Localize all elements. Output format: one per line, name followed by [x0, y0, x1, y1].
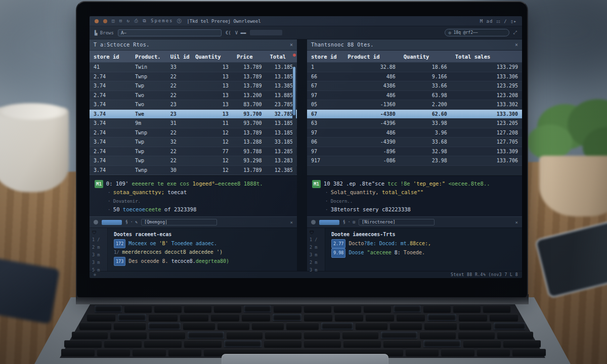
- table-row[interactable]: 974863.96127.208: [307, 128, 522, 138]
- table-cell: 67: [307, 83, 343, 88]
- table-cell: 97: [307, 149, 343, 154]
- code-segment: 10 382 .ep .8te"sce: [324, 180, 387, 187]
- table-row[interactable]: 06-439033.68127.705: [307, 138, 522, 147]
- code-segment: ·: [108, 199, 113, 204]
- table-row[interactable]: 2.74Twp227793.78813.285: [90, 147, 297, 157]
- command-mini-icons[interactable]: § · ✎: [125, 220, 138, 224]
- panel-divider[interactable]: [297, 39, 307, 271]
- command-mini-icons[interactable]: § · ⊡: [343, 220, 355, 224]
- command-input[interactable]: [Niroctneroe]: [359, 219, 435, 225]
- table-row[interactable]: 3.74Twe231393.70032.785: [90, 110, 297, 119]
- key: [423, 305, 451, 312]
- column-header[interactable]: Total_sales: [451, 54, 522, 60]
- progress-chip[interactable]: [102, 220, 122, 225]
- table-row[interactable]: 3.749m311193.70013.185: [90, 119, 297, 128]
- search-input[interactable]: ◎ 18q @rf2——: [445, 29, 509, 36]
- code-segment: tcc !8e: [387, 180, 413, 187]
- column-header[interactable]: Quantity: [400, 54, 451, 60]
- menu-items[interactable]: ◫ ⊡ ↻ ⎙ ⧉ Spemes ⑤: [112, 18, 182, 24]
- table-row[interactable]: 67438633.66123.295: [307, 81, 522, 91]
- toolbar-chip[interactable]: [250, 30, 282, 35]
- files-icon[interactable]: ▙ Brews: [95, 30, 114, 35]
- table-cell: 12: [191, 139, 233, 145]
- result-summary: M10: 109' eeeeere te exe cos 1ogeed°—eec…: [90, 175, 297, 216]
- close-icon[interactable]: ×: [515, 42, 518, 48]
- key: [390, 323, 422, 330]
- table-row[interactable]: 917-08623.98133.706: [307, 156, 522, 166]
- column-header[interactable]: Price: [233, 54, 266, 60]
- key: [61, 349, 95, 356]
- table-row[interactable]: 97-89632.98133.309: [307, 147, 522, 157]
- table-row[interactable]: 2.74Twnp221313.78913.185: [90, 72, 297, 82]
- menubar-right-icons[interactable]: M ad ⚏ ∕ ▯▸: [480, 19, 517, 24]
- table-row[interactable]: 664869.166133.306: [307, 72, 522, 82]
- trackpad: [222, 354, 388, 364]
- table-row[interactable]: 132.8818.66133.299: [307, 63, 522, 72]
- refresh-icon[interactable]: ⤢: [513, 30, 517, 35]
- column-header[interactable]: store_id: [307, 54, 343, 60]
- column-header[interactable]: Quantity: [191, 54, 233, 60]
- panel-tab[interactable]: T a:Sctocce Rtos.×: [90, 39, 297, 51]
- run-icon[interactable]: [311, 220, 316, 224]
- close-icon[interactable]: ×: [290, 220, 293, 225]
- table-row[interactable]: 3.74Two231383.70023.785: [90, 100, 297, 110]
- table-row[interactable]: 63-439633.98123.205: [307, 119, 522, 128]
- table-row[interactable]: 3.74Twp321213.28833.185: [90, 138, 297, 147]
- key: [87, 314, 115, 321]
- code-segment: eeeeere te exe cos: [132, 180, 192, 187]
- keyboard-row: [79, 323, 526, 330]
- table-row[interactable]: 9748663.98123.208: [307, 91, 522, 101]
- table-cell: Twin: [131, 64, 166, 70]
- table-row[interactable]: 05-13602.200133.302: [307, 100, 522, 110]
- view-toggle[interactable]: V ▬▬: [235, 30, 246, 35]
- table-cell: 13.789: [233, 130, 266, 135]
- table-cell: 12: [191, 167, 233, 173]
- code-segment: 38tetorst seery c82223338: [331, 206, 411, 212]
- progress-chip[interactable]: [319, 220, 339, 225]
- table-cell: 13: [191, 83, 233, 88]
- run-icon[interactable]: [94, 220, 98, 224]
- table-cell: 41: [90, 64, 131, 70]
- table-row[interactable]: 3.74Twnp301213.78912.385: [90, 166, 297, 175]
- close-icon[interactable]: ×: [290, 42, 293, 48]
- code-segment: ·: [325, 199, 331, 204]
- code-segment: Docern..: [331, 199, 353, 204]
- table-cell: 32.98: [400, 149, 451, 154]
- table-row[interactable]: 2.74Twnp221213.78913.185: [90, 128, 297, 138]
- column-header[interactable]: Product_id: [343, 54, 400, 60]
- filter-icon[interactable]: €(: [226, 30, 231, 35]
- table-cell: 13: [191, 74, 233, 79]
- key: [304, 332, 340, 339]
- table-cell: 1: [307, 64, 343, 70]
- table-cell: 23.98: [400, 158, 451, 163]
- table-row[interactable]: 2.74Two221313.20013.885: [90, 91, 297, 101]
- scrollbar[interactable]: [292, 65, 296, 175]
- window-control-dot[interactable]: [95, 19, 99, 23]
- column-header[interactable]: Uil_id: [166, 54, 191, 60]
- table-cell: 3.74: [90, 83, 131, 88]
- code-line: M110 382 .ep .8te"sce tcc !8e 'tep_ege:"…: [312, 179, 517, 188]
- table-row[interactable]: 41Twin331313.78913.185: [90, 63, 297, 72]
- address-input[interactable]: A—: [118, 29, 222, 36]
- key: [252, 323, 284, 330]
- code-segment: ·: [108, 190, 113, 195]
- command-input[interactable]: [Qmemgog|: [141, 219, 217, 225]
- column-header[interactable]: Product.: [131, 54, 166, 60]
- column-header[interactable]: Total: [266, 54, 297, 60]
- close-icon[interactable]: ×: [515, 220, 518, 225]
- code-line: M10: 109' eeeeere te exe cos 1ogeed°—eec…: [95, 179, 292, 188]
- table-cell: 3.96: [400, 130, 451, 135]
- window-control-dot[interactable]: [103, 19, 107, 23]
- table-cell: 9m: [131, 120, 166, 126]
- column-header[interactable]: store_id: [90, 54, 131, 60]
- scrollbar-thumb[interactable]: [293, 67, 295, 115]
- table-row[interactable]: 3.74Twp221293.29813.283: [90, 156, 297, 166]
- key: [342, 332, 378, 339]
- table-cell: 13: [191, 64, 233, 70]
- panel-tab[interactable]: Thantsnooc 88 Otes.×: [307, 39, 522, 51]
- table-row[interactable]: 67-438062.60133.300: [307, 110, 522, 119]
- table-header-row: store_idProduct_idQuantityTotal_sales: [307, 51, 522, 63]
- table-row[interactable]: 3.74Twp221313.78913.385: [90, 81, 297, 91]
- table-cell: 11: [191, 120, 233, 126]
- table-cell: 13: [191, 93, 233, 98]
